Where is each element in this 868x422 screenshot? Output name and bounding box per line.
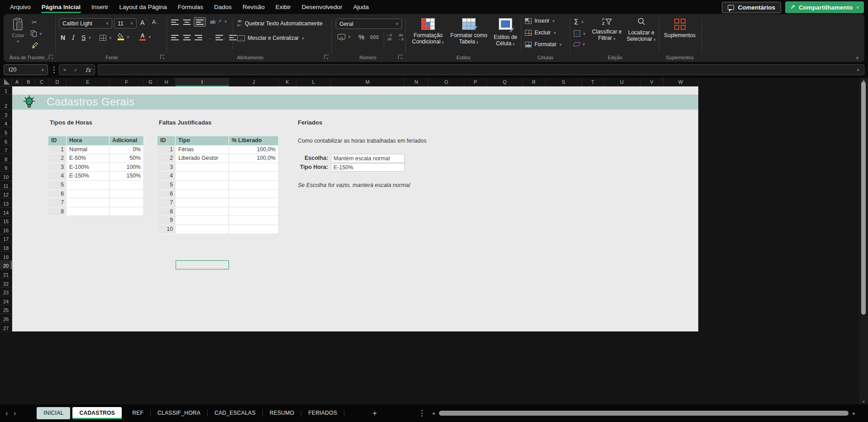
table-cell[interactable] [110, 198, 144, 207]
tabs-scroll-left[interactable]: ‹ [0, 409, 14, 418]
table-cell[interactable]: E-100% [67, 163, 110, 172]
column-header-V[interactable]: V [640, 78, 663, 86]
menu-pagina-inicial[interactable]: Página Inicial [36, 0, 86, 14]
row-header-12[interactable]: 12 [0, 190, 12, 199]
row-header-5[interactable]: 5 [0, 127, 12, 136]
table-cell[interactable] [229, 163, 279, 172]
row-header-19[interactable]: 19 [0, 252, 12, 261]
formula-input[interactable]: ∨ [98, 64, 864, 75]
share-button[interactable]: ↗ Compartilhamento ∨ [785, 1, 864, 13]
column-header-B[interactable]: B [22, 78, 35, 86]
comments-button[interactable]: Comentários [722, 2, 781, 13]
font-name-select[interactable]: Calibri Light∨ [59, 18, 112, 29]
row-header-18[interactable]: 18 [0, 243, 12, 252]
horizontal-scrollbar[interactable]: ◄ ► [429, 411, 858, 416]
table-cell[interactable] [229, 207, 279, 216]
borders-button[interactable]: ∨ [100, 35, 112, 41]
table-cell[interactable] [67, 198, 110, 207]
row-header-15[interactable]: 15 [0, 216, 12, 225]
table-cell[interactable] [229, 198, 279, 207]
row-header-3[interactable]: 3 [0, 110, 12, 119]
row-header-26[interactable]: 26 [0, 314, 12, 323]
table-cell[interactable]: 5 [48, 181, 67, 190]
align-center-button[interactable] [183, 35, 191, 41]
increase-font-button[interactable]: Aˆ [140, 19, 147, 26]
scroll-right-arrow[interactable]: ► [850, 411, 858, 416]
table-cell[interactable]: 5 [157, 181, 176, 190]
column-header-C[interactable]: C [35, 78, 48, 86]
menu-layout-da-pagina[interactable]: Layout da Página [114, 0, 172, 14]
orientation-button[interactable]: ab↗∨ [210, 19, 227, 24]
menu-formulas[interactable]: Fórmulas [172, 0, 209, 14]
clear-button[interactable]: ∨ [574, 42, 585, 46]
sheet-tab-feriados[interactable]: FERIADOS [301, 407, 344, 419]
table-cell[interactable] [176, 190, 229, 199]
row-header-17[interactable]: 17 [0, 234, 12, 243]
row-header-6[interactable]: 6 [0, 136, 12, 145]
menu-desenvolvedor[interactable]: Desenvolvedor [296, 0, 348, 14]
enter-icon[interactable]: ✓ [74, 67, 78, 73]
table-cell[interactable] [67, 190, 110, 199]
row-header-22[interactable]: 22 [0, 278, 12, 288]
column-header-I[interactable]: I [176, 78, 229, 86]
row-header-23[interactable]: 23 [0, 288, 12, 297]
row-header-14[interactable]: 14 [0, 207, 12, 216]
delete-cells-button[interactable]: ✕ Excluir∨ [525, 29, 556, 36]
font-size-select[interactable]: 11∨ [114, 18, 137, 29]
column-header-A[interactable]: A [12, 78, 22, 86]
add-sheet-button[interactable]: + [368, 409, 382, 418]
menu-revisao[interactable]: Revisão [237, 0, 270, 14]
table-cell[interactable] [229, 181, 279, 190]
sheet-tab-cad-escalas[interactable]: CAD_ESCALAS [208, 407, 262, 419]
font-color-button[interactable]: A ∨ [139, 33, 151, 41]
table-cell[interactable] [110, 181, 144, 190]
sheet-tab-classif-hora[interactable]: CLASSIF_HORA [151, 407, 207, 419]
table-cell[interactable] [176, 225, 229, 234]
column-header-T[interactable]: T [582, 78, 604, 86]
table-cell[interactable] [229, 216, 279, 225]
column-header-L[interactable]: L [296, 78, 331, 86]
row-header-10[interactable]: 10 [0, 172, 12, 181]
align-right-button[interactable] [195, 35, 202, 41]
active-cell-i20[interactable] [176, 260, 229, 269]
cut-button[interactable]: ✂ [32, 19, 37, 26]
underline-button[interactable]: S∨ [81, 34, 91, 41]
column-header-P[interactable]: P [464, 78, 487, 86]
tipo-hora-input[interactable]: E-150% [331, 163, 405, 172]
row-header-2[interactable]: 2 [0, 95, 12, 110]
table-cell[interactable] [110, 207, 144, 216]
table-cell[interactable]: 6 [48, 190, 67, 199]
align-bottom-button[interactable] [194, 17, 206, 27]
collapse-ribbon-button[interactable]: ∨ [856, 55, 859, 60]
table-cell[interactable]: 2 [157, 154, 176, 163]
table-cell[interactable] [176, 198, 229, 207]
scroll-left-arrow[interactable]: ◄ [429, 411, 438, 416]
table-cell[interactable]: 100,0% [229, 154, 279, 163]
column-header-G[interactable]: G [144, 78, 157, 86]
row-header-11[interactable]: 11 [0, 181, 12, 190]
table-cell[interactable] [229, 225, 279, 234]
column-header-K[interactable]: K [279, 78, 296, 86]
column-header-H[interactable]: H [157, 78, 176, 86]
faltas-justificadas-table[interactable]: IDTipo% Liberado1Férias100,0%2Liberado G… [157, 136, 279, 234]
table-cell[interactable] [67, 207, 110, 216]
sheet-tab-ref[interactable]: REF [125, 407, 150, 419]
vertical-scrollbar[interactable]: ▲ ▼ [859, 78, 868, 404]
table-cell[interactable]: 3 [157, 163, 176, 172]
row-header-7[interactable]: 7 [0, 145, 12, 154]
table-cell[interactable]: 3 [48, 163, 67, 172]
table-cell[interactable]: 7 [157, 198, 176, 207]
addins-button[interactable]: Suplementos [661, 19, 699, 38]
autosum-button[interactable]: Σ∨ [574, 18, 584, 26]
row-header-27[interactable]: 27 [0, 323, 12, 332]
table-cell[interactable] [229, 172, 279, 181]
bold-button[interactable]: N [61, 34, 65, 41]
table-cell[interactable]: 4 [48, 172, 67, 181]
table-cell[interactable] [176, 216, 229, 225]
sort-filter-button[interactable]: AZ Classificar e Filtrar [590, 17, 624, 42]
table-cell[interactable]: 1 [48, 145, 67, 154]
menu-exibir[interactable]: Exibir [270, 0, 296, 14]
escolha-input[interactable]: Mantém escala normal [331, 154, 405, 163]
column-header-E[interactable]: E [67, 78, 110, 86]
menu-arquivo[interactable]: Arquivo [5, 0, 36, 14]
